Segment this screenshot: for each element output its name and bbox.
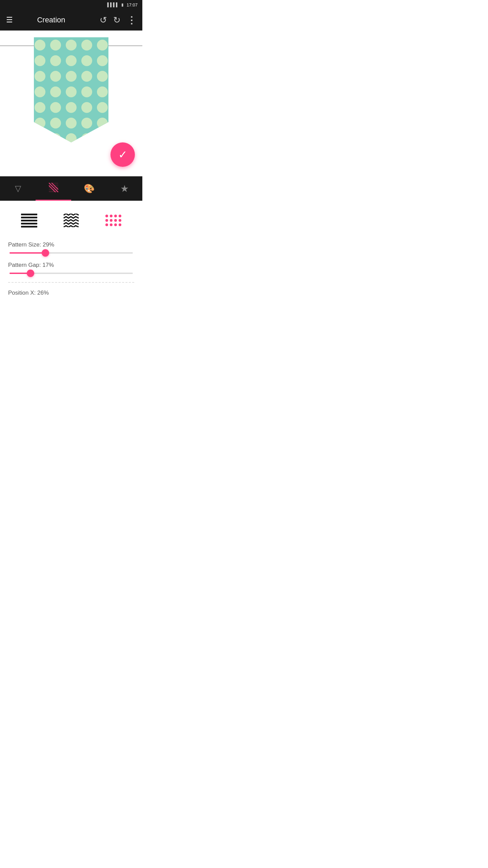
toolbar-title: Creation: [8, 16, 94, 24]
redo-icon[interactable]: ↻: [113, 15, 121, 25]
position-x-value: 26%: [37, 290, 49, 296]
tab-color-underline: [71, 200, 107, 201]
pattern-type-dots[interactable]: [101, 210, 125, 231]
pattern-gap-section: Pattern Gap: 17%: [8, 262, 134, 274]
tab-pattern[interactable]: [36, 176, 71, 201]
tab-shape[interactable]: ▽: [0, 176, 36, 201]
pattern-size-slider-fill: [9, 252, 45, 254]
pattern-size-slider-thumb[interactable]: [42, 249, 49, 257]
pattern-gap-slider-track[interactable]: [9, 273, 133, 274]
tab-favorite-underline: [107, 200, 142, 201]
pattern-gap-value: 17%: [42, 262, 54, 268]
pattern-panel: Pattern Size: 29% Pattern Gap: 17% Posit…: [0, 201, 142, 303]
section-divider: [8, 282, 134, 283]
pattern-gap-slider-thumb[interactable]: [27, 270, 34, 277]
pattern-gap-label: Pattern Gap: 17%: [8, 262, 134, 269]
status-bar: ▌▌▌▌ ▮ 17:07: [0, 0, 142, 9]
svg-rect-3: [32, 37, 110, 142]
toolbar: ☰ Creation ↺ ↻ ⋮: [0, 9, 142, 31]
more-icon[interactable]: ⋮: [127, 15, 136, 26]
bottom-tab-bar: ▽ 🎨 ★: [0, 176, 142, 201]
check-icon: ✓: [118, 148, 127, 161]
position-x-section: Position X: 26%: [8, 290, 134, 296]
pattern-size-section: Pattern Size: 29%: [8, 241, 134, 254]
status-time: 17:07: [126, 2, 138, 7]
tab-color[interactable]: 🎨: [71, 176, 107, 201]
toolbar-actions: ↺ ↻ ⋮: [100, 15, 136, 26]
pattern-types-row: [8, 210, 134, 231]
canvas-area: ✓: [0, 31, 142, 176]
pattern-type-zigzag[interactable]: [59, 210, 83, 231]
confirm-fab[interactable]: ✓: [110, 142, 135, 167]
pattern-type-lines[interactable]: [17, 210, 41, 231]
pattern-size-label: Pattern Size: 29%: [8, 241, 134, 248]
favorite-tab-icon: ★: [120, 183, 129, 194]
dots-pattern-icon: [105, 215, 121, 226]
signal-icon: ▌▌▌▌: [107, 2, 119, 7]
undo-icon[interactable]: ↺: [100, 15, 107, 25]
pattern-size-slider-track[interactable]: [9, 252, 133, 254]
banner-container: [32, 37, 110, 142]
color-tab-icon: 🎨: [84, 183, 95, 194]
pattern-tab-icon: [49, 183, 58, 195]
lines-pattern-icon: [21, 214, 37, 228]
banner-svg: [32, 37, 110, 142]
tab-favorite[interactable]: ★: [107, 176, 142, 201]
battery-icon: ▮: [121, 2, 124, 7]
pattern-size-value: 29%: [43, 241, 54, 248]
position-x-label: Position X: 26%: [8, 290, 134, 296]
tab-shape-underline: [0, 200, 36, 201]
tab-pattern-underline: [36, 200, 71, 201]
shape-tab-icon: ▽: [15, 184, 21, 193]
zigzag-pattern-icon: [63, 214, 79, 227]
